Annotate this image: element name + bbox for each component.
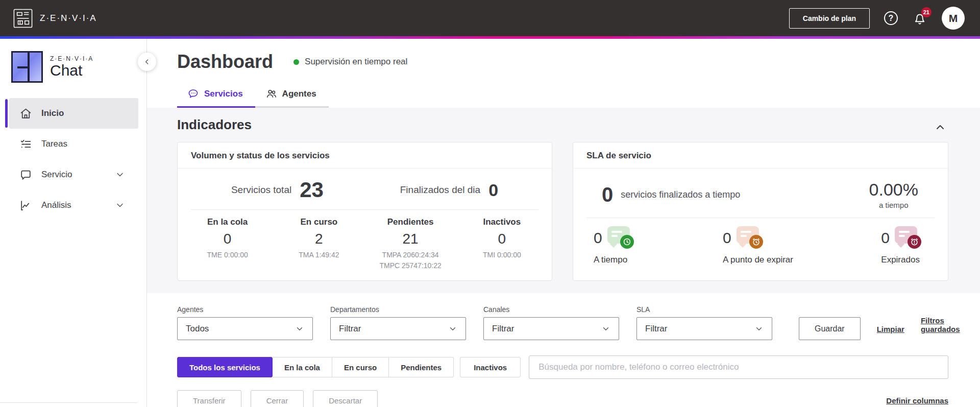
sla-percent: 0.00% a tiempo xyxy=(869,180,918,209)
sidebar-item-label: Análisis xyxy=(41,200,71,210)
chevron-down-icon xyxy=(754,324,764,333)
stat-value: 0 xyxy=(182,231,273,247)
filters-row: Agentes Todos Departamentos Filtrar xyxy=(147,293,980,340)
indicators-section: Indicadores Volumen y status de los serv… xyxy=(147,108,980,293)
sla-finished-label: servicios finalizados a tiempo xyxy=(621,189,740,200)
sla-status-label: A punto de expirar xyxy=(723,255,793,265)
sidebar-item-label: Inicio xyxy=(41,108,64,118)
stat-label: Inactivos xyxy=(456,217,548,227)
segment-todos-los-servicios[interactable]: Todos los servicios xyxy=(177,357,273,377)
tasks-icon xyxy=(19,138,32,151)
chat-dots-icon xyxy=(187,88,199,100)
total-label: Finalizados del dia xyxy=(400,184,480,196)
sidebar-product-text: Chat xyxy=(50,62,93,79)
discard-button[interactable]: Descartar xyxy=(313,390,378,407)
transfer-button[interactable]: Transferir xyxy=(177,390,241,407)
chevron-down-icon xyxy=(115,200,125,210)
servicios-total: Servicios total 23 xyxy=(231,178,324,202)
segment-en-la-cola[interactable]: En la cola xyxy=(273,357,332,377)
select-value: Todos xyxy=(186,324,209,334)
tab-label: Agentes xyxy=(282,89,316,99)
zenvia-chat-logo-icon xyxy=(11,51,43,83)
help-icon[interactable]: ? xyxy=(884,11,898,25)
sidebar-item-tareas[interactable]: Tareas xyxy=(9,129,138,159)
people-icon xyxy=(265,88,277,100)
chevron-down-icon xyxy=(115,170,125,180)
question-mark: ? xyxy=(889,14,894,23)
stat-label: En la cola xyxy=(182,217,273,227)
filter-label: Departamentos xyxy=(330,305,466,314)
alarm-alert-badge-icon xyxy=(895,226,922,250)
search-input[interactable] xyxy=(529,355,948,379)
home-icon xyxy=(19,107,32,120)
stat-inactivos: Inactivos 0 TMI 0:00:00 xyxy=(456,217,548,271)
sla-status-value: 0 xyxy=(594,229,602,247)
clear-filters-link[interactable]: Limpiar xyxy=(877,325,904,333)
filter-sla: SLA Filtrar xyxy=(636,305,772,340)
sidebar-menu: Inicio Tareas Servicio xyxy=(0,98,146,221)
sla-status-value: 0 xyxy=(881,229,890,247)
canales-select[interactable]: Filtrar xyxy=(483,317,619,340)
sla-status-label: Expirados xyxy=(881,255,922,265)
stat-value: 2 xyxy=(273,231,364,247)
select-value: Filtrar xyxy=(645,324,667,334)
stat-label: Pendientes xyxy=(365,217,456,227)
sidebar-brand-text: Z·E·N·V·I·A xyxy=(50,55,93,62)
tab-label: Servicios xyxy=(204,89,243,99)
sla-select[interactable]: Filtrar xyxy=(636,317,772,340)
segment-en-curso[interactable]: En curso xyxy=(332,357,389,377)
card-title: Volumen y status de los servicios xyxy=(178,142,552,169)
filter-agentes: Agentes Todos xyxy=(177,305,313,340)
alarm-badge-icon xyxy=(737,226,764,250)
chat-bubble-icon xyxy=(19,169,32,181)
sla-finished-value: 0 xyxy=(602,183,613,206)
notifications-bell[interactable]: 21 xyxy=(912,11,927,26)
sla-status-label: A tiempo xyxy=(594,255,635,265)
saved-filters-link[interactable]: Filtros guardados xyxy=(921,316,960,333)
section-collapse-button[interactable] xyxy=(934,121,946,133)
sidebar: Z·E·N·V·I·A Chat Inicio xyxy=(0,39,147,407)
green-status-dot xyxy=(293,59,299,65)
live-status-text: Supervisión en tiempo real xyxy=(305,57,407,67)
sidebar-item-inicio[interactable]: Inicio xyxy=(9,98,138,129)
sidebar-item-servicio[interactable]: Servicio xyxy=(9,159,138,190)
tab-agentes[interactable]: Agentes xyxy=(255,88,329,108)
filter-departamentos: Departamentos Filtrar xyxy=(330,305,466,340)
total-value: 23 xyxy=(300,178,324,202)
filter-label: Canales xyxy=(483,305,619,314)
stat-metric: TMA 1:49:42 xyxy=(273,250,364,260)
chevron-up-icon xyxy=(934,121,946,133)
filter-label: SLA xyxy=(636,305,772,314)
departamentos-select[interactable]: Filtrar xyxy=(330,317,466,340)
sidebar-collapse-button[interactable] xyxy=(138,53,156,71)
dashboard-tabs: Servicios Agentes xyxy=(147,88,980,108)
agentes-select[interactable]: Todos xyxy=(177,317,313,340)
select-value: Filtrar xyxy=(492,324,514,334)
sidebar-item-analisis[interactable]: Análisis xyxy=(9,190,138,221)
tab-servicios[interactable]: Servicios xyxy=(177,88,255,108)
actions-row: Transferir Cerrar Descartar Definir colu… xyxy=(147,379,980,407)
close-button[interactable]: Cerrar xyxy=(251,390,304,407)
segment-pendientes[interactable]: Pendientes xyxy=(389,357,454,377)
stat-en-la-cola: En la cola 0 TME 0:00:00 xyxy=(182,217,273,271)
sla-status-expirados: 0 Expirados xyxy=(881,226,922,265)
define-columns-link[interactable]: Definir columnas xyxy=(886,396,948,405)
sla-percent-label: a tiempo xyxy=(869,201,918,209)
user-avatar[interactable]: M xyxy=(942,7,965,30)
service-status-segmented: Todos los servicios En la cola En curso … xyxy=(177,357,454,377)
stat-en-curso: En curso 2 TMA 1:49:42 xyxy=(273,217,364,271)
stat-pendientes: Pendientes 21 TMPA 2060:24:34 TMPC 25747… xyxy=(365,217,456,271)
save-filters-button[interactable]: Guardar xyxy=(799,317,861,340)
content: Dashboard Supervisión en tiempo real Ser… xyxy=(147,39,980,407)
sidebar-item-label: Tareas xyxy=(41,139,67,149)
sla-status-a-punto-de-expirar: 0 A punto de expirar xyxy=(723,226,793,265)
change-plan-button[interactable]: Cambio de plan xyxy=(789,8,870,29)
chevron-down-icon xyxy=(601,324,610,333)
stat-metric: TMPA 2060:24:34 xyxy=(365,250,456,260)
notification-count-badge: 21 xyxy=(921,7,932,17)
total-value: 0 xyxy=(488,180,498,200)
chevron-left-icon xyxy=(143,58,151,66)
finalizados-del-dia: Finalizados del dia 0 xyxy=(400,180,498,200)
filter-label: Agentes xyxy=(177,305,313,314)
segment-inactivos[interactable]: Inactivos xyxy=(460,357,521,377)
